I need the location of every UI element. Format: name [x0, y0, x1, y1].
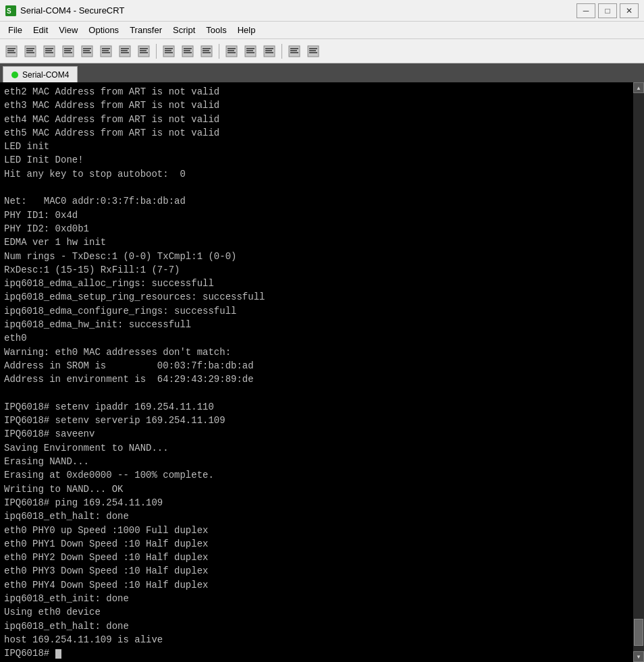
svg-rect-13	[45, 52, 53, 53]
svg-rect-29	[121, 52, 129, 53]
scroll-track[interactable]	[633, 93, 644, 651]
svg-rect-20	[83, 50, 90, 51]
menu-item-script[interactable]: Script	[167, 23, 200, 38]
svg-rect-24	[102, 50, 109, 51]
menu-bar: FileEditViewOptionsTransferScriptToolsHe…	[0, 22, 644, 39]
svg-rect-37	[165, 52, 173, 53]
toolbar-separator	[281, 44, 282, 59]
svg-rect-39	[184, 48, 192, 49]
menu-item-options[interactable]: Options	[83, 23, 124, 38]
toolbar	[0, 39, 644, 63]
svg-rect-64	[309, 50, 316, 51]
svg-rect-7	[26, 48, 34, 49]
toolbar-button-9[interactable]	[160, 43, 178, 60]
svg-rect-15	[64, 48, 72, 49]
svg-rect-27	[121, 48, 129, 49]
svg-rect-33	[140, 52, 148, 53]
svg-rect-36	[165, 50, 171, 51]
menu-item-help[interactable]: Help	[232, 23, 261, 38]
toolbar-separator	[219, 44, 219, 59]
svg-rect-19	[83, 48, 91, 49]
tab-label: Serial-COM4	[22, 70, 69, 80]
svg-text:S: S	[7, 7, 11, 15]
svg-rect-61	[290, 52, 298, 53]
svg-rect-65	[309, 52, 317, 53]
menu-item-edit[interactable]: Edit	[28, 23, 53, 38]
svg-rect-56	[265, 50, 272, 51]
session-tab[interactable]: Serial-COM4	[3, 66, 78, 82]
toolbar-button-13[interactable]	[223, 43, 240, 60]
toolbar-button-17[interactable]	[286, 43, 303, 60]
svg-rect-49	[227, 52, 236, 53]
svg-rect-40	[184, 50, 190, 51]
svg-rect-57	[265, 52, 273, 53]
svg-rect-63	[309, 48, 317, 49]
svg-rect-21	[83, 52, 91, 53]
toolbar-separator	[156, 44, 157, 59]
svg-rect-52	[246, 50, 253, 51]
svg-rect-5	[7, 52, 16, 53]
svg-rect-16	[64, 50, 71, 51]
menu-item-transfer[interactable]: Transfer	[124, 23, 167, 38]
toolbar-button-0[interactable]	[3, 43, 20, 60]
minimize-button[interactable]: ─	[576, 3, 595, 18]
toolbar-button-14[interactable]	[242, 43, 259, 60]
svg-rect-8	[26, 50, 33, 51]
terminal-container: eth2 MAC Address from ART is not valid e…	[0, 82, 644, 662]
tab-status-indicator	[11, 72, 18, 78]
maximize-button[interactable]: □	[598, 3, 617, 18]
title-bar: S Serial-COM4 - SecureCRT ─ □ ✕	[0, 0, 644, 22]
svg-rect-35	[165, 48, 173, 49]
svg-rect-43	[203, 48, 211, 49]
svg-rect-17	[64, 52, 72, 53]
svg-rect-60	[290, 50, 297, 51]
toolbar-button-4[interactable]	[78, 43, 96, 60]
terminal-output[interactable]: eth2 MAC Address from ART is not valid e…	[0, 82, 633, 662]
toolbar-button-1[interactable]	[22, 43, 39, 60]
svg-rect-11	[45, 48, 53, 49]
scroll-down-button[interactable]: ▼	[633, 651, 644, 662]
toolbar-button-10[interactable]	[179, 43, 196, 60]
menu-item-view[interactable]: View	[53, 23, 83, 38]
svg-rect-3	[7, 48, 16, 49]
svg-rect-25	[102, 52, 110, 53]
toolbar-button-3[interactable]	[59, 43, 77, 60]
toolbar-button-18[interactable]	[304, 43, 322, 60]
svg-rect-9	[26, 52, 34, 53]
svg-rect-48	[227, 50, 234, 51]
toolbar-button-6[interactable]	[116, 43, 134, 60]
app-icon: S	[5, 5, 16, 16]
toolbar-button-15[interactable]	[261, 43, 278, 60]
svg-rect-47	[227, 48, 236, 49]
toolbar-button-5[interactable]	[97, 43, 115, 60]
svg-rect-32	[140, 50, 146, 51]
svg-rect-53	[246, 52, 254, 53]
svg-rect-41	[184, 52, 192, 53]
scrollbar[interactable]: ▲ ▼	[633, 82, 644, 662]
svg-rect-12	[45, 50, 52, 51]
svg-rect-44	[203, 50, 209, 51]
toolbar-button-11[interactable]	[198, 43, 215, 60]
scroll-thumb[interactable]	[634, 619, 643, 646]
svg-rect-4	[7, 50, 14, 51]
svg-rect-28	[121, 50, 128, 51]
toolbar-button-2[interactable]	[41, 43, 58, 60]
menu-item-file[interactable]: File	[3, 23, 28, 38]
window-title: Serial-COM4 - SecureCRT	[20, 5, 576, 16]
svg-rect-45	[203, 52, 211, 53]
svg-rect-23	[102, 48, 110, 49]
terminal-cursor	[55, 649, 61, 659]
window-controls: ─ □ ✕	[576, 3, 639, 18]
svg-rect-59	[290, 48, 298, 49]
close-button[interactable]: ✕	[620, 3, 639, 18]
tab-bar: Serial-COM4	[0, 63, 644, 82]
scroll-up-button[interactable]: ▲	[633, 82, 644, 93]
toolbar-button-7[interactable]	[135, 43, 153, 60]
svg-rect-31	[140, 48, 148, 49]
menu-item-tools[interactable]: Tools	[200, 23, 232, 38]
svg-rect-51	[246, 48, 254, 49]
svg-rect-55	[265, 48, 273, 49]
